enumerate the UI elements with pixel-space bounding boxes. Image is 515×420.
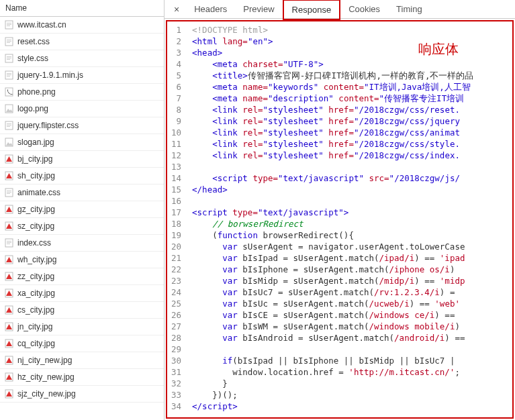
tab-response[interactable]: Response xyxy=(283,0,341,20)
svg-rect-11 xyxy=(7,59,10,60)
file-name: sjz_city_new.jpg xyxy=(17,389,76,399)
png-phone-icon xyxy=(4,87,13,97)
css-icon xyxy=(4,37,13,46)
file-name: cq_city.jpg xyxy=(17,339,55,348)
file-row[interactable]: style.css xyxy=(0,50,164,67)
name-column-header[interactable]: Name xyxy=(0,0,164,17)
jpg-warn-icon xyxy=(4,272,13,281)
response-panel: × HeadersPreviewResponseCookiesTiming 响应… xyxy=(165,0,515,420)
file-row[interactable]: zz_city.jpg xyxy=(0,268,164,285)
tab-timing[interactable]: Timing xyxy=(388,0,430,18)
jpg-warn-icon xyxy=(4,322,13,331)
file-row[interactable]: bj_city.jpg xyxy=(0,151,164,168)
close-icon[interactable]: × xyxy=(167,4,186,15)
tab-cookies[interactable]: Cookies xyxy=(340,0,388,18)
file-row[interactable]: wh_city.jpg xyxy=(0,252,164,268)
file-name: gz_city.jpg xyxy=(17,205,55,214)
svg-rect-30 xyxy=(7,191,11,191)
jpg-warn-icon xyxy=(4,154,13,164)
file-name: logo.png xyxy=(17,104,48,113)
file-name: sh_city.jpg xyxy=(17,171,55,180)
jpg-warn-icon xyxy=(4,389,13,399)
svg-rect-13 xyxy=(7,73,11,74)
file-name: cs_city.jpg xyxy=(17,305,54,315)
doc-icon xyxy=(4,20,13,30)
file-list[interactable]: www.itcast.cnreset.cssstyle.cssjquery-1.… xyxy=(0,17,164,420)
jpg-icon xyxy=(4,138,13,147)
jpg-warn-icon xyxy=(4,372,13,382)
jpg-warn-icon xyxy=(4,356,13,365)
file-name: hz_city_new.jpg xyxy=(17,372,75,382)
svg-rect-10 xyxy=(7,58,11,58)
file-row[interactable]: jn_city.jpg xyxy=(0,319,164,335)
svg-rect-3 xyxy=(7,25,10,26)
tab-preview[interactable]: Preview xyxy=(235,0,282,18)
file-name: animate.css xyxy=(17,188,60,197)
jpg-warn-icon xyxy=(4,288,13,298)
css-icon xyxy=(4,121,13,130)
svg-rect-31 xyxy=(7,192,11,193)
code-area[interactable]: 1 2 3 4 5 6 7 8 9 10 11 12 13 14 15 16 1… xyxy=(167,21,512,417)
svg-rect-22 xyxy=(7,126,10,127)
file-name: wh_city.jpg xyxy=(17,255,56,264)
line-number-gutter: 1 2 3 4 5 6 7 8 9 10 11 12 13 14 15 16 1… xyxy=(167,21,188,417)
file-name: index.css xyxy=(17,238,51,248)
file-row[interactable]: cs_city.jpg xyxy=(0,302,164,319)
detail-tabs: × HeadersPreviewResponseCookiesTiming xyxy=(165,0,515,19)
file-name: www.itcast.cn xyxy=(17,20,66,30)
file-row[interactable]: jquery-1.9.1.min.js xyxy=(0,67,164,84)
file-row[interactable]: nj_city_new.jpg xyxy=(0,352,164,369)
file-row[interactable]: index.css xyxy=(0,235,164,252)
file-name: jn_city.jpg xyxy=(17,322,52,331)
file-row[interactable]: sjz_city_new.jpg xyxy=(0,386,164,403)
jpg-warn-icon xyxy=(4,255,13,264)
file-name: zz_city.jpg xyxy=(17,272,54,281)
response-body-box: 响应体 1 2 3 4 5 6 7 8 9 10 11 12 13 14 15 … xyxy=(166,20,514,419)
svg-rect-1 xyxy=(7,23,11,23)
svg-rect-15 xyxy=(7,76,10,76)
file-name: nj_city_new.jpg xyxy=(17,356,72,365)
svg-rect-7 xyxy=(7,42,10,43)
file-row[interactable]: animate.css xyxy=(0,185,164,201)
svg-rect-2 xyxy=(7,24,11,25)
svg-rect-32 xyxy=(7,193,10,194)
file-row[interactable]: hz_city_new.jpg xyxy=(0,369,164,386)
file-name: xa_city.jpg xyxy=(17,288,55,298)
file-row[interactable]: sh_city.jpg xyxy=(0,168,164,185)
svg-rect-20 xyxy=(7,123,11,124)
file-row[interactable]: logo.png xyxy=(0,101,164,117)
jpg-warn-icon xyxy=(4,221,13,231)
file-row[interactable]: reset.css xyxy=(0,34,164,50)
file-name: jquery.flipster.css xyxy=(17,121,79,130)
svg-rect-6 xyxy=(7,41,11,42)
file-row[interactable]: sz_city.jpg xyxy=(0,218,164,235)
file-row[interactable]: jquery.flipster.css xyxy=(0,117,164,134)
file-name: bj_city.jpg xyxy=(17,154,52,164)
jpg-warn-icon xyxy=(4,205,13,214)
file-row[interactable]: cq_city.jpg xyxy=(0,335,164,352)
css-icon xyxy=(4,54,13,63)
js-icon xyxy=(4,70,13,80)
jpg-warn-icon xyxy=(4,171,13,180)
svg-rect-21 xyxy=(7,125,11,125)
source-code[interactable]: <!DOCTYPE html> <html lang="en"> <head> … xyxy=(188,21,512,417)
css-icon xyxy=(4,188,13,197)
file-name: reset.css xyxy=(17,37,50,46)
jpg-warn-icon xyxy=(4,305,13,315)
file-row[interactable]: phone.png xyxy=(0,84,164,101)
file-name: jquery-1.9.1.min.js xyxy=(17,70,83,80)
tab-headers[interactable]: Headers xyxy=(186,0,235,18)
file-row[interactable]: gz_city.jpg xyxy=(0,201,164,218)
svg-rect-9 xyxy=(7,56,11,57)
network-request-list: Name www.itcast.cnreset.cssstyle.cssjque… xyxy=(0,0,165,420)
file-name: style.css xyxy=(17,54,48,63)
jpg-warn-icon xyxy=(4,339,13,348)
css-icon xyxy=(4,238,13,248)
svg-rect-14 xyxy=(7,74,11,75)
svg-rect-40 xyxy=(7,244,10,244)
file-row[interactable]: www.itcast.cn xyxy=(0,17,164,34)
file-row[interactable]: xa_city.jpg xyxy=(0,285,164,302)
file-row[interactable]: slogan.jpg xyxy=(0,134,164,151)
svg-rect-38 xyxy=(7,241,11,242)
file-name: slogan.jpg xyxy=(17,138,54,147)
